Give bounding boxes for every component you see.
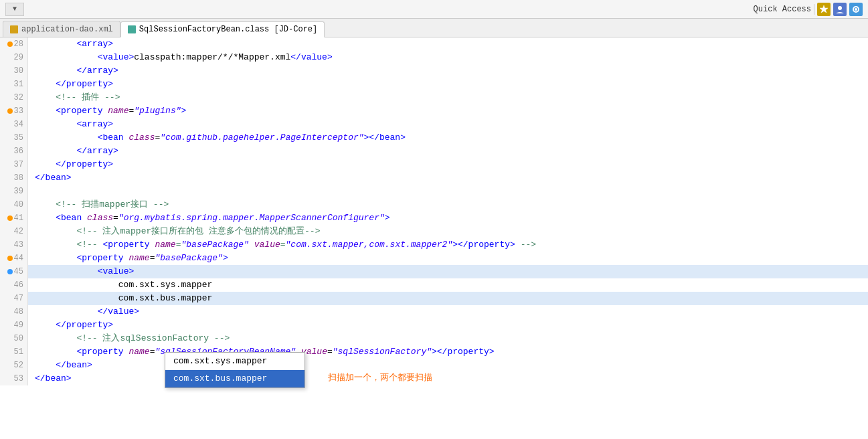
line-content: <!-- 注入mapper接口所在的包 注意多个包的情况的配置--> bbox=[28, 225, 868, 238]
code-line: 51 <property name="sqlSessionFactoryBean… bbox=[0, 345, 868, 359]
code-line: 47 com.sxt.bus.mapper bbox=[0, 292, 868, 305]
line-number: 42 bbox=[0, 225, 28, 238]
separator bbox=[814, 4, 814, 15]
line-content: </bean> bbox=[28, 372, 868, 385]
code-line: 32 <!-- 插件 --> bbox=[0, 91, 868, 104]
toolbar-icon-2[interactable] bbox=[833, 3, 847, 16]
line-content: </array> bbox=[28, 145, 868, 158]
line-number: 49 bbox=[0, 319, 28, 332]
code-line: 49 </property> bbox=[0, 319, 868, 332]
star-icon bbox=[819, 5, 829, 14]
line-content: <value>classpath:mapper/*/*Mapper.xml</v… bbox=[28, 51, 868, 64]
tab-class-label: SqlSessionFactoryBean.class [JD-Core] bbox=[139, 25, 317, 34]
xml-tab-icon bbox=[10, 25, 18, 33]
line-content: </array> bbox=[28, 64, 868, 78]
bookmark-dot-orange bbox=[7, 41, 13, 47]
code-line: 37 </property> bbox=[0, 158, 868, 171]
code-line: 42 <!-- 注入mapper接口所在的包 注意多个包的情况的配置--> bbox=[0, 225, 868, 238]
code-line: 34 <array> bbox=[0, 118, 868, 131]
autocomplete-item[interactable]: com.sxt.bus.mapper bbox=[165, 370, 305, 387]
line-content: <array> bbox=[28, 37, 868, 51]
line-number: 29 bbox=[0, 51, 28, 64]
line-content: </property> bbox=[28, 78, 868, 91]
settings-icon bbox=[851, 5, 861, 14]
tab-xml-label: application-dao.xml bbox=[21, 25, 113, 34]
svg-point-1 bbox=[838, 6, 842, 10]
line-number: 44 bbox=[0, 252, 28, 265]
code-line: 39 bbox=[0, 185, 868, 198]
line-content: <property name="plugins"> bbox=[28, 104, 868, 118]
code-line: 41 <bean class="org.mybatis.spring.mappe… bbox=[0, 211, 868, 225]
code-line: 40 <!-- 扫描mapper接口 --> bbox=[0, 198, 868, 211]
code-line: 36 </array> bbox=[0, 145, 868, 158]
toolbar-dropdown[interactable]: ▼ bbox=[5, 3, 24, 16]
line-number: 45 bbox=[0, 265, 28, 278]
editor: 28 <array>29 <value>classpath:mapper/*/*… bbox=[0, 37, 868, 439]
line-number: 35 bbox=[0, 131, 28, 145]
code-line: 44 <property name="basePackage"> bbox=[0, 252, 868, 265]
line-content: <property name="sqlSessionFactoryBeanNam… bbox=[28, 345, 868, 359]
line-number: 52 bbox=[0, 359, 28, 372]
line-number: 43 bbox=[0, 238, 28, 252]
code-line: 53</bean> bbox=[0, 372, 868, 385]
code-line: 38</bean> bbox=[0, 171, 868, 185]
line-number: 39 bbox=[0, 185, 28, 198]
line-number: 41 bbox=[0, 211, 28, 225]
code-line: 46 com.sxt.sys.mapper bbox=[0, 278, 868, 292]
code-line: 33 <property name="plugins"> bbox=[0, 104, 868, 118]
svg-point-3 bbox=[855, 8, 857, 11]
class-tab-icon bbox=[128, 25, 136, 33]
line-number: 53 bbox=[0, 372, 28, 385]
line-number: 40 bbox=[0, 198, 28, 211]
line-number: 31 bbox=[0, 78, 28, 91]
code-line: 52 </bean> bbox=[0, 359, 868, 372]
code-line: 35 <bean class="com.github.pagehelper.Pa… bbox=[0, 131, 868, 145]
autocomplete-item[interactable]: com.sxt.sys.mapper bbox=[165, 353, 305, 370]
line-number: 30 bbox=[0, 64, 28, 78]
line-number: 47 bbox=[0, 292, 28, 305]
code-line: 50 <!-- 注入sqlSessionFactory --> bbox=[0, 332, 868, 345]
code-line: 43 <!-- <property name="basePackage" val… bbox=[0, 238, 868, 252]
line-number: 36 bbox=[0, 145, 28, 158]
line-content: </property> bbox=[28, 319, 868, 332]
line-number: 34 bbox=[0, 118, 28, 131]
code-line: 28 <array> bbox=[0, 37, 868, 51]
tab-class[interactable]: SqlSessionFactoryBean.class [JD-Core] bbox=[120, 21, 325, 37]
quick-access-label: Quick Access bbox=[754, 5, 811, 14]
code-line: 29 <value>classpath:mapper/*/*Mapper.xml… bbox=[0, 51, 868, 64]
top-bar: ▼ Quick Access bbox=[0, 0, 868, 19]
line-content: <!-- 扫描mapper接口 --> bbox=[28, 198, 868, 211]
autocomplete-popup[interactable]: com.sxt.sys.mappercom.sxt.bus.mapper bbox=[165, 352, 305, 388]
toolbar-group: ▼ bbox=[5, 3, 24, 16]
tab-bar: application-dao.xml SqlSessionFactoryBea… bbox=[0, 19, 868, 37]
code-line: 31 </property> bbox=[0, 78, 868, 91]
line-content: <!-- <property name="basePackage" value=… bbox=[28, 238, 868, 252]
code-area[interactable]: 28 <array>29 <value>classpath:mapper/*/*… bbox=[0, 37, 868, 439]
code-line: 30 </array> bbox=[0, 64, 868, 78]
line-content bbox=[28, 185, 868, 198]
line-content: </bean> bbox=[28, 359, 868, 372]
line-number: 37 bbox=[0, 158, 28, 171]
line-content: <array> bbox=[28, 118, 868, 131]
svg-marker-0 bbox=[820, 5, 828, 13]
line-number: 46 bbox=[0, 278, 28, 292]
bookmark-dot-blue bbox=[7, 269, 13, 274]
top-bar-right: Quick Access bbox=[754, 3, 863, 16]
toolbar-icon-1[interactable] bbox=[817, 3, 831, 16]
line-content: </bean> bbox=[28, 171, 868, 185]
toolbar-icon-3[interactable] bbox=[849, 3, 863, 16]
code-line: 45 <value> bbox=[0, 265, 868, 278]
line-content: <!-- 注入sqlSessionFactory --> bbox=[28, 332, 868, 345]
tab-xml[interactable]: application-dao.xml bbox=[3, 21, 120, 37]
line-content: <value> bbox=[28, 265, 868, 278]
line-content: <property name="basePackage"> bbox=[28, 252, 868, 265]
line-number: 32 bbox=[0, 91, 28, 104]
line-number: 28 bbox=[0, 37, 28, 51]
person-icon bbox=[835, 5, 845, 14]
line-number: 38 bbox=[0, 171, 28, 185]
bookmark-dot-orange bbox=[7, 256, 13, 261]
code-line: 48 </value> bbox=[0, 305, 868, 319]
line-content: <!-- 插件 --> bbox=[28, 91, 868, 104]
line-content: com.sxt.bus.mapper bbox=[28, 292, 868, 305]
line-content: </property> bbox=[28, 158, 868, 171]
